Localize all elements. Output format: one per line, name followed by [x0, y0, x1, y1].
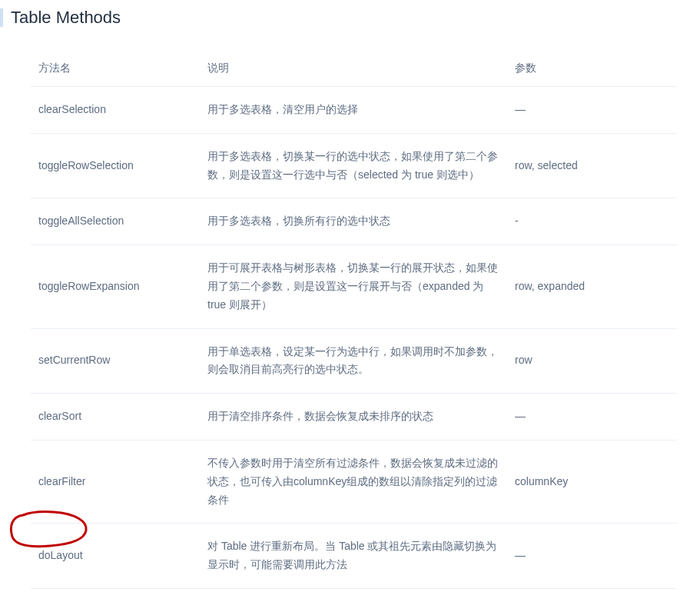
table-row: clearSelection 用于多选表格，清空用户的选择 —: [31, 87, 677, 134]
method-params: prop: string, order: string: [507, 588, 677, 592]
heading-text: Table Methods: [11, 8, 121, 28]
method-name: clearSort: [31, 394, 200, 441]
method-params: row, expanded: [507, 245, 677, 328]
method-desc: 手动对 Table 进行排序。参数 prop 属性指定排序列，order 指定排…: [200, 588, 507, 592]
method-desc: 对 Table 进行重新布局。当 Table 或其祖先元素由隐藏切换为显示时，可…: [200, 524, 507, 589]
method-desc: 用于多选表格，清空用户的选择: [200, 87, 507, 134]
table-wrapper: 方法名 说明 参数 clearSelection 用于多选表格，清空用户的选择 …: [0, 51, 700, 592]
method-name: toggleRowSelection: [31, 133, 200, 198]
method-name: sort: [31, 588, 200, 592]
method-params: columnKey: [507, 440, 677, 523]
method-desc: 用于可展开表格与树形表格，切换某一行的展开状态，如果使用了第二个参数，则是设置这…: [200, 245, 507, 328]
method-desc: 用于多选表格，切换所有行的选中状态: [200, 198, 507, 245]
method-name: toggleRowExpansion: [31, 245, 200, 328]
method-params: row: [507, 328, 677, 394]
method-params: row, selected: [507, 133, 677, 198]
table-row: setCurrentRow 用于单选表格，设定某一行为选中行，如果调用时不加参数…: [31, 328, 677, 394]
method-name: clearFilter: [31, 440, 200, 523]
table-row: toggleRowExpansion 用于可展开表格与树形表格，切换某一行的展开…: [31, 245, 677, 328]
method-desc: 用于清空排序条件，数据会恢复成未排序的状态: [200, 394, 507, 441]
table-row: doLayout 对 Table 进行重新布局。当 Table 或其祖先元素由隐…: [31, 524, 677, 589]
table-row: sort 手动对 Table 进行排序。参数 prop 属性指定排序列，orde…: [31, 588, 677, 592]
table-row: clearSort 用于清空排序条件，数据会恢复成未排序的状态 —: [31, 394, 677, 441]
method-desc: 用于单选表格，设定某一行为选中行，如果调用时不加参数，则会取消目前高亮行的选中状…: [200, 328, 507, 394]
method-params: —: [507, 394, 677, 441]
method-name: doLayout: [31, 524, 200, 589]
method-name: setCurrentRow: [31, 328, 200, 394]
section-heading: Table Methods: [0, 0, 700, 35]
methods-table: 方法名 说明 参数 clearSelection 用于多选表格，清空用户的选择 …: [31, 51, 677, 592]
method-desc: 不传入参数时用于清空所有过滤条件，数据会恢复成未过滤的状态，也可传入由colum…: [200, 440, 507, 523]
table-row: toggleAllSelection 用于多选表格，切换所有行的选中状态 -: [31, 198, 677, 245]
table-row: clearFilter 不传入参数时用于清空所有过滤条件，数据会恢复成未过滤的状…: [31, 440, 677, 523]
heading-marker: [0, 8, 3, 27]
col-header-name: 方法名: [31, 51, 200, 87]
method-name: toggleAllSelection: [31, 198, 200, 245]
table-header-row: 方法名 说明 参数: [31, 51, 677, 87]
method-name: clearSelection: [31, 87, 200, 134]
method-desc: 用于多选表格，切换某一行的选中状态，如果使用了第二个参数，则是设置这一行选中与否…: [200, 133, 507, 198]
col-header-params: 参数: [507, 51, 677, 87]
table-row: toggleRowSelection 用于多选表格，切换某一行的选中状态，如果使…: [31, 133, 677, 198]
method-params: —: [507, 87, 677, 134]
col-header-desc: 说明: [200, 51, 507, 87]
method-params: —: [507, 524, 677, 589]
method-params: -: [507, 198, 677, 245]
